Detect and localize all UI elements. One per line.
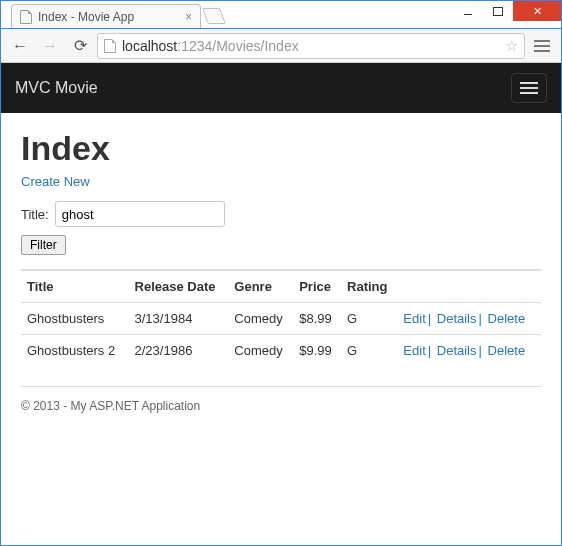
url-path: /Movies/Index [212,38,298,54]
footer-text: © 2013 - My ASP.NET Application [21,399,200,413]
page-icon [104,39,116,53]
col-release: Release Date [129,270,229,303]
cell-title: Ghostbusters [21,303,129,335]
col-price: Price [293,270,341,303]
brand[interactable]: MVC Movie [15,79,98,97]
cell-release: 2/23/1986 [129,335,229,367]
cell-rating: G [341,335,397,367]
col-title: Title [21,270,129,303]
window-maximize-button[interactable] [483,1,513,21]
title-label: Title: [21,207,49,222]
page-title: Index [21,129,541,168]
back-button[interactable]: ← [7,33,33,59]
details-link[interactable]: Details [437,343,477,358]
col-genre: Genre [228,270,293,303]
cell-price: $8.99 [293,303,341,335]
cell-title: Ghostbusters 2 [21,335,129,367]
tabstrip: Index - Movie App × [11,0,223,28]
reload-button[interactable]: ⟳ [67,33,93,59]
new-tab-button[interactable] [202,8,226,24]
col-actions [397,270,541,303]
browser-tab[interactable]: Index - Movie App × [11,4,201,28]
page-icon [20,10,32,24]
col-rating: Rating [341,270,397,303]
window-controls [453,1,561,21]
cell-genre: Comedy [228,303,293,335]
window-minimize-button[interactable] [453,1,483,21]
cell-actions: Edit| Details| Delete [397,335,541,367]
delete-link[interactable]: Delete [488,343,526,358]
table-row: Ghostbusters 3/13/1984 Comedy $8.99 G Ed… [21,303,541,335]
cell-rating: G [341,303,397,335]
details-link[interactable]: Details [437,311,477,326]
tab-title: Index - Movie App [38,10,134,24]
table-header-row: Title Release Date Genre Price Rating [21,270,541,303]
window-close-button[interactable] [513,1,561,21]
browser-titlebar: Index - Movie App × [1,1,561,29]
browser-window: Index - Movie App × ← → ⟳ localhost:1234… [0,0,562,546]
app-navbar: MVC Movie [1,63,561,113]
url-host: localhost [122,38,177,54]
nav-toggle-button[interactable] [511,73,547,103]
cell-actions: Edit| Details| Delete [397,303,541,335]
create-new-link[interactable]: Create New [21,174,90,189]
tab-close-icon[interactable]: × [185,10,192,24]
url-port: :1234 [177,38,212,54]
bookmark-star-icon[interactable]: ☆ [505,37,518,55]
table-row: Ghostbusters 2 2/23/1986 Comedy $9.99 G … [21,335,541,367]
edit-link[interactable]: Edit [403,343,425,358]
filter-button[interactable]: Filter [21,235,66,255]
address-bar[interactable]: localhost:1234/Movies/Index ☆ [97,33,525,59]
movies-table: Title Release Date Genre Price Rating Gh… [21,269,541,366]
browser-menu-button[interactable] [529,33,555,59]
footer: © 2013 - My ASP.NET Application [21,386,541,413]
page-content: Index Create New Title: Filter Title Rel… [1,113,561,545]
title-input[interactable] [55,201,225,227]
edit-link[interactable]: Edit [403,311,425,326]
cell-price: $9.99 [293,335,341,367]
delete-link[interactable]: Delete [488,311,526,326]
cell-release: 3/13/1984 [129,303,229,335]
forward-button[interactable]: → [37,33,63,59]
cell-genre: Comedy [228,335,293,367]
filter-form: Title: [21,201,541,227]
browser-toolbar: ← → ⟳ localhost:1234/Movies/Index ☆ [1,29,561,63]
